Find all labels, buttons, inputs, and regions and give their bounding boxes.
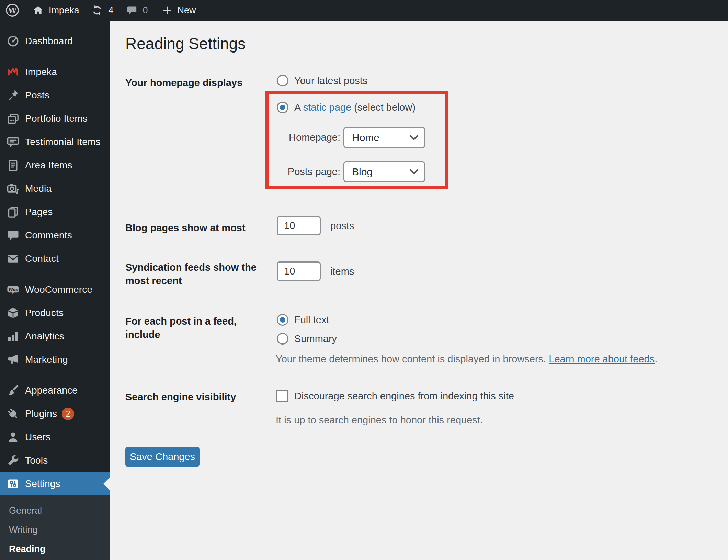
sidebar-item-appearance[interactable]: Appearance <box>0 379 110 402</box>
sidebar-item-contact[interactable]: Contact <box>0 247 110 270</box>
box-icon <box>6 306 20 320</box>
feed-content-label: For each post in a feed, include <box>125 315 261 341</box>
summary-option: Summary <box>277 333 337 345</box>
sidebar-item-settings[interactable]: Settings <box>0 472 110 495</box>
brush-icon <box>6 384 20 397</box>
settings-sliders-icon <box>6 477 20 491</box>
blog-pages-count-input[interactable] <box>277 216 321 235</box>
woocommerce-icon: Woo <box>6 283 20 296</box>
admin-bar: W Impeka 4 0 New <box>0 0 728 21</box>
sidebar-item-analytics[interactable]: Analytics <box>0 325 110 348</box>
admin-sidebar-menu: Dashboard Impeka Posts Portfolio Items T… <box>0 21 110 560</box>
syndication-count-input[interactable] <box>277 261 321 281</box>
sidebar-item-users[interactable]: Users <box>0 425 110 449</box>
updates-count: 4 <box>109 5 114 16</box>
full-text-option: Full text <box>277 314 329 326</box>
static-page-link[interactable]: static page <box>303 102 351 113</box>
latest-posts-option-label[interactable]: Your latest posts <box>294 75 367 86</box>
posts-page-select-value: Blog <box>352 166 373 178</box>
camera-icon <box>6 182 20 196</box>
admin-bar-new[interactable]: New <box>162 5 196 16</box>
radio-static-page[interactable] <box>277 102 288 113</box>
pages-icon <box>6 205 20 219</box>
document-icon <box>6 159 20 172</box>
pushpin-icon <box>6 89 20 102</box>
radio-full-text[interactable] <box>277 314 288 326</box>
wordpress-logo-icon[interactable]: W <box>5 3 20 18</box>
wrench-icon <box>6 454 20 467</box>
sidebar-item-posts[interactable]: Posts <box>0 84 110 107</box>
sidebar-item-impeka[interactable]: Impeka <box>0 60 110 84</box>
feed-help-text: Your theme determines how content is dis… <box>276 353 657 365</box>
sidebar-item-media[interactable]: Media <box>0 177 110 200</box>
plugin-icon <box>6 407 20 421</box>
admin-bar-site-link[interactable]: Impeka <box>32 4 79 16</box>
chevron-down-icon <box>409 135 419 140</box>
sidebar-item-portfolio-items[interactable]: Portfolio Items <box>0 107 110 130</box>
latest-posts-option: Your latest posts <box>277 75 367 86</box>
discourage-indexing-label[interactable]: Discourage search engines from indexing … <box>294 390 514 402</box>
homepage-select-value: Home <box>352 132 379 143</box>
radio-your-latest-posts[interactable] <box>277 75 288 86</box>
sidebar-item-woocommerce[interactable]: Woo WooCommerce <box>0 278 110 301</box>
discourage-indexing-checkbox[interactable] <box>276 390 288 402</box>
sidebar-item-testimonial-items[interactable]: Testimonial Items <box>0 130 110 154</box>
radio-summary[interactable] <box>277 333 288 345</box>
new-label: New <box>178 5 196 16</box>
plus-icon <box>162 5 173 16</box>
impeka-logo-icon <box>6 65 20 79</box>
sidebar-item-plugins[interactable]: Plugins 2 <box>0 402 110 425</box>
search-visibility-label: Search engine visibility <box>125 390 261 404</box>
static-page-option: A static page (select below) <box>277 102 416 113</box>
portfolio-images-icon <box>6 112 20 126</box>
comment-icon <box>6 229 20 242</box>
plugins-update-badge: 2 <box>62 408 74 420</box>
reading-settings-page: Reading Settings Your homepage displays … <box>110 21 728 560</box>
search-visibility-help-text: It is up to search engines to honor this… <box>276 415 483 426</box>
sidebar-item-products[interactable]: Products <box>0 301 110 325</box>
envelope-icon <box>6 252 20 266</box>
submenu-item-general[interactable]: General <box>0 501 110 520</box>
megaphone-icon <box>6 353 20 366</box>
update-arrows-icon <box>91 4 103 16</box>
blog-pages-label: Blog pages show at most <box>125 221 261 235</box>
comment-bubble-icon <box>126 4 138 16</box>
full-text-option-label[interactable]: Full text <box>294 314 329 326</box>
sidebar-item-area-items[interactable]: Area Items <box>0 154 110 177</box>
admin-bar-site-name: Impeka <box>49 5 79 16</box>
bar-chart-icon <box>6 329 20 343</box>
sidebar-item-marketing[interactable]: Marketing <box>0 348 110 371</box>
wordpress-admin: W Impeka 4 0 New <box>0 0 728 560</box>
blog-pages-unit: posts <box>330 218 354 233</box>
user-icon <box>6 430 20 444</box>
sidebar-item-comments[interactable]: Comments <box>0 224 110 247</box>
home-icon <box>32 4 44 16</box>
svg-text:W: W <box>8 6 17 15</box>
learn-more-feeds-link[interactable]: Learn more about feeds <box>549 353 655 364</box>
sidebar-item-pages[interactable]: Pages <box>0 200 110 224</box>
posts-page-select[interactable]: Blog <box>343 161 425 182</box>
posts-page-select-label: Posts page: <box>277 165 340 178</box>
admin-bar-updates[interactable]: 4 <box>91 4 114 16</box>
dashboard-icon <box>6 34 20 48</box>
syndication-label: Syndication feeds show the most recent <box>125 261 261 288</box>
homepage-select[interactable]: Home <box>343 127 425 148</box>
admin-bar-comments[interactable]: 0 <box>126 4 148 16</box>
save-changes-button[interactable]: Save Changes <box>125 447 200 467</box>
submenu-item-reading[interactable]: Reading <box>0 539 110 559</box>
sidebar-item-dashboard[interactable]: Dashboard <box>0 30 110 53</box>
sidebar-item-tools[interactable]: Tools <box>0 449 110 472</box>
svg-text:Woo: Woo <box>8 287 18 292</box>
settings-submenu: General Writing Reading <box>0 495 110 560</box>
syndication-unit: items <box>330 264 354 279</box>
testimonial-bubble-icon <box>6 135 20 149</box>
static-page-option-label: A static page (select below) <box>294 102 416 113</box>
chevron-down-icon <box>409 169 419 175</box>
homepage-displays-label: Your homepage displays <box>125 76 261 90</box>
page-title: Reading Settings <box>125 34 246 53</box>
submenu-item-writing[interactable]: Writing <box>0 520 110 539</box>
comments-count: 0 <box>143 5 148 16</box>
homepage-select-label: Homepage: <box>277 130 340 144</box>
summary-option-label[interactable]: Summary <box>294 333 337 345</box>
discourage-indexing-option: Discourage search engines from indexing … <box>276 390 514 402</box>
